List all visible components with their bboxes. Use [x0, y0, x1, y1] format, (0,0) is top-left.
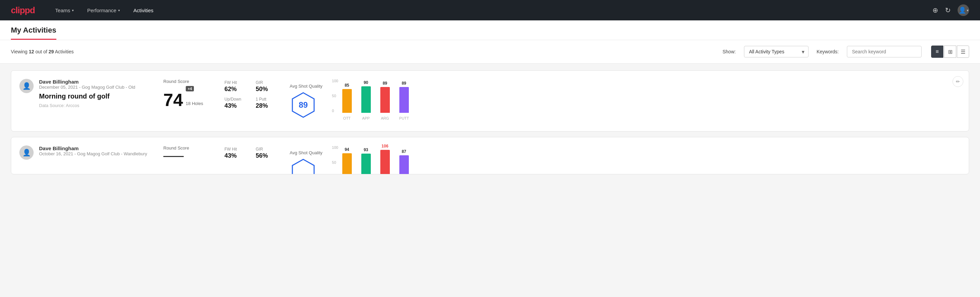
performance-chevron-icon: ▾ [118, 8, 120, 12]
bars-container: 100 50 0 85 90 [332, 79, 961, 113]
stat-gir-2: GIR 56% [256, 147, 279, 160]
hexagon-2 [290, 158, 317, 175]
bar-group-ott: 85 [342, 83, 352, 113]
avatar-icon: 👤 [959, 6, 966, 14]
bar-rect-arg-2 [380, 150, 390, 174]
nav-icons: ⊕ ↻ 👤 ▾ [932, 5, 969, 16]
bar-group-arg-2: 106 [380, 144, 390, 174]
score-dash [163, 156, 184, 157]
nav-activities[interactable]: Activities [134, 5, 153, 16]
view-toggle: ≡ ⊞ ☰ [931, 46, 969, 58]
avatar-2: 👤 [19, 145, 33, 160]
page-title: My Activities [11, 26, 56, 40]
activity-card: 👤 Dave Billingham December 05, 2021 - Go… [11, 70, 969, 131]
course-date-2: October 16, 2021 - Gog Magog Golf Club -… [39, 151, 147, 156]
hexagon-svg-2 [290, 158, 317, 175]
logo[interactable]: clippd [11, 5, 35, 16]
bar-value-arg: 89 [383, 81, 387, 86]
quality-label-2: Avg Shot Quality [290, 150, 323, 155]
nav-performance[interactable]: Performance ▾ [87, 5, 120, 16]
add-icon[interactable]: ⊕ [932, 6, 938, 14]
holes-text: 18 Holes [186, 101, 203, 106]
bar-group-arg: 89 [380, 81, 390, 113]
activity-type-select[interactable]: All Activity Types [744, 46, 808, 57]
activity-card-2: 👤 Dave Billingham October 16, 2021 - Gog… [11, 137, 969, 174]
round-score-label-2: Round Score [163, 145, 213, 150]
round-name: Morning round of golf [39, 93, 135, 100]
course-date: December 05, 2021 - Gog Magog Golf Club … [39, 85, 135, 90]
player-name-2: Dave Billingham [39, 145, 147, 151]
stat-fw-hit: FW Hit 62% [224, 80, 248, 93]
x-labels: OTT APP ARG PUTT [332, 115, 961, 120]
viewing-text: Viewing 12 out of 29 Activities [11, 49, 74, 54]
bar-group-app: 90 [361, 80, 371, 113]
avatar: 👤 [19, 79, 33, 93]
navbar: clippd Teams ▾ Performance ▾ Activities … [0, 0, 980, 21]
quality-section: Avg Shot Quality 89 100 50 0 [290, 79, 961, 123]
quality-section-2: Avg Shot Quality 100 50 0 [290, 145, 961, 174]
x-label-ott: OTT [342, 116, 352, 120]
teams-chevron-icon: ▾ [72, 8, 74, 12]
card-left-2: 👤 Dave Billingham October 16, 2021 - Gog… [19, 145, 148, 160]
bar-chart-2: 100 50 0 94 93 106 [332, 145, 961, 174]
svg-marker-1 [293, 160, 314, 175]
y-axis-2: 100 50 0 [332, 145, 338, 174]
bar-value-arg-2: 106 [382, 144, 388, 148]
bar-rect-ott [342, 89, 352, 113]
card-left: 👤 Dave Billingham December 05, 2021 - Go… [19, 79, 148, 108]
bar-rect-arg [380, 87, 390, 113]
show-label: Show: [722, 49, 736, 54]
quality-block: Avg Shot Quality 89 [290, 84, 323, 118]
score-number: 74 [163, 91, 183, 109]
bars-container-2: 100 50 0 94 93 106 [332, 145, 961, 174]
score-main: 74 +4 18 Holes [163, 86, 213, 109]
data-source: Data Source: Arccos [39, 103, 135, 108]
page-header: My Activities [0, 21, 980, 40]
bar-value-ott-2: 94 [345, 147, 349, 152]
edit-button[interactable]: ✏ [953, 76, 963, 87]
round-score-label: Round Score [163, 79, 213, 84]
nav-teams[interactable]: Teams ▾ [55, 5, 74, 16]
hex-value: 89 [299, 100, 308, 110]
stat-1putt: 1 Putt 28% [256, 97, 279, 109]
card-info-2: Dave Billingham October 16, 2021 - Gog M… [39, 145, 147, 160]
bar-value-app: 90 [364, 80, 368, 85]
view-list-compact-button[interactable]: ≡ [931, 46, 943, 58]
stat-fw-hit-2: FW Hit 43% [224, 147, 248, 160]
activity-type-select-wrapper[interactable]: All Activity Types [744, 46, 808, 57]
player-name: Dave Billingham [39, 79, 135, 85]
bar-value-ott: 85 [345, 83, 349, 88]
stat-gir: GIR 50% [256, 80, 279, 93]
bar-rect-putt-2 [399, 155, 409, 174]
keyword-search-input[interactable] [847, 46, 921, 57]
bar-group-putt: 89 [399, 81, 409, 113]
x-label-app: APP [361, 116, 371, 120]
keywords-label: Keywords: [817, 49, 839, 54]
bar-value-putt: 89 [402, 81, 406, 86]
person-icon: 👤 [22, 82, 31, 90]
bar-group-app-2: 93 [361, 147, 371, 174]
stats-section: FW Hit 62% GIR 50% Up/Down 43% 1 Putt 28… [224, 79, 279, 109]
refresh-icon[interactable]: ↻ [945, 6, 951, 14]
score-section-2: Round Score [159, 145, 213, 157]
x-label-arg: ARG [380, 116, 390, 120]
stat-updown: Up/Down 43% [224, 97, 248, 109]
quality-label: Avg Shot Quality [290, 84, 323, 89]
quality-block-2: Avg Shot Quality [290, 150, 323, 175]
score-diff-badge: +4 [186, 86, 194, 91]
bar-group-ott-2: 94 [342, 147, 352, 174]
view-list-button[interactable]: ☰ [957, 46, 969, 58]
bar-value-app-2: 93 [364, 147, 368, 152]
bar-rect-putt [399, 87, 409, 113]
score-section: Round Score 74 +4 18 Holes [159, 79, 213, 109]
card-info: Dave Billingham December 05, 2021 - Gog … [39, 79, 135, 108]
bar-group-putt-2: 87 [399, 149, 409, 174]
bar-chart: 100 50 0 85 90 [332, 79, 961, 123]
person-icon-2: 👤 [22, 148, 31, 156]
user-avatar[interactable]: 👤 ▾ [958, 5, 969, 16]
bar-rect-app-2 [361, 153, 371, 174]
content-area: 👤 Dave Billingham December 05, 2021 - Go… [0, 64, 980, 187]
stats-section-2: FW Hit 43% GIR 56% [224, 145, 279, 160]
view-grid-button[interactable]: ⊞ [944, 46, 956, 58]
x-label-putt: PUTT [399, 116, 409, 120]
